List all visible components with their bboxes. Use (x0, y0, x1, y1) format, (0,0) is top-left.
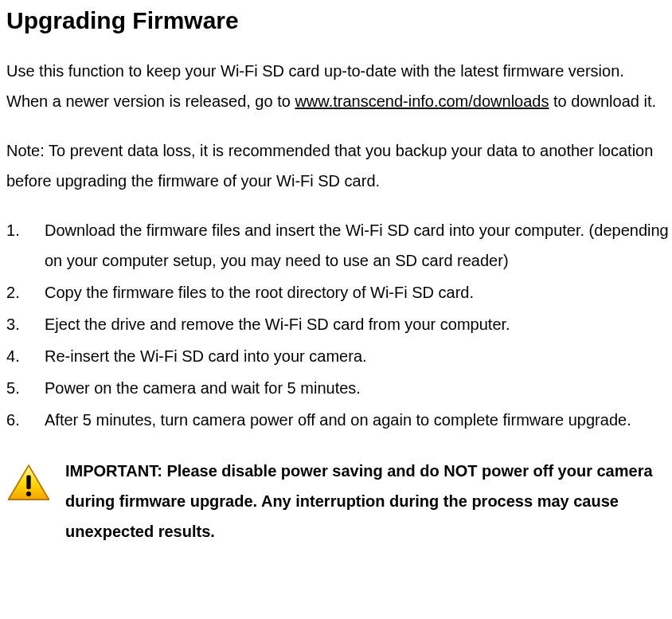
list-item: Copy the firmware files to the root dire… (6, 277, 669, 308)
steps-list: Download the firmware files and insert t… (6, 215, 669, 435)
svg-point-1 (26, 492, 31, 496)
important-section: IMPORTANT: Please disable power saving a… (6, 456, 669, 547)
list-item: Re-insert the Wi-Fi SD card into your ca… (6, 341, 669, 371)
list-item: Download the firmware files and insert t… (6, 215, 669, 276)
warning-icon (6, 462, 51, 503)
svg-rect-0 (26, 475, 30, 489)
page-title: Upgrading Firmware (6, 6, 669, 35)
important-text: IMPORTANT: Please disable power saving a… (65, 456, 669, 547)
list-item: After 5 minutes, turn camera power off a… (6, 405, 669, 435)
list-item: Eject the drive and remove the Wi-Fi SD … (6, 309, 669, 339)
note-paragraph: Note: To prevent data loss, it is recomm… (6, 135, 669, 196)
intro-text-after: to download it. (549, 92, 656, 110)
list-item: Power on the camera and wait for 5 minut… (6, 373, 669, 403)
download-link[interactable]: www.transcend-info.com/downloads (295, 92, 549, 110)
intro-paragraph: Use this function to keep your Wi-Fi SD … (6, 56, 669, 116)
